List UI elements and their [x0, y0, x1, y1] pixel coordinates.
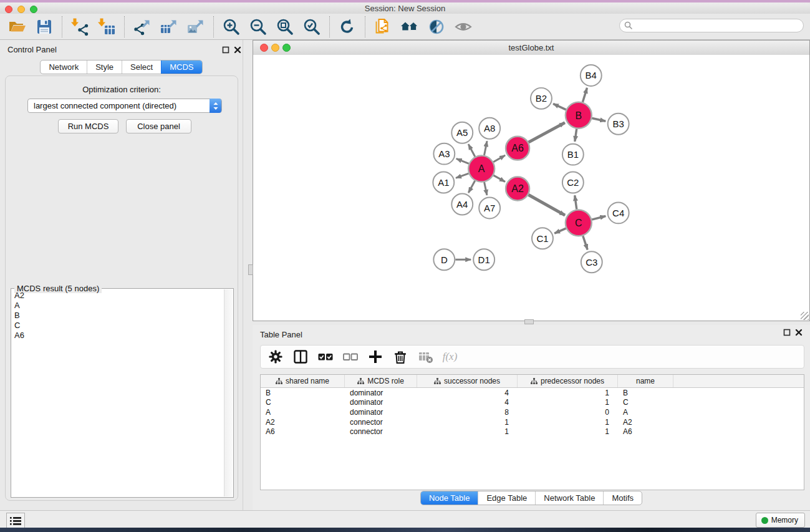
table-cell[interactable]: 1 [417, 427, 518, 436]
zoom-out-button[interactable] [248, 16, 269, 37]
new-network-from-selection-button[interactable] [372, 16, 393, 37]
zoom-selected-button[interactable] [301, 16, 322, 37]
node-A[interactable]: A [468, 156, 494, 182]
result-item[interactable]: A [14, 301, 224, 311]
edge-A-A4[interactable] [468, 181, 475, 193]
edge-B-B3[interactable] [592, 118, 605, 121]
zoom-in-button[interactable] [221, 16, 242, 37]
column-header-successor-nodes[interactable]: successor nodes [417, 375, 518, 387]
close-panel-button[interactable]: Close panel [126, 119, 191, 133]
table-cell[interactable]: A [618, 408, 673, 417]
result-item[interactable]: B [14, 311, 224, 321]
open-session-button[interactable] [7, 16, 28, 37]
edge-A-A8[interactable] [484, 141, 487, 155]
tab-edge-table[interactable]: Edge Table [478, 491, 535, 505]
table-cell[interactable]: 1 [417, 418, 518, 427]
run-mcds-button[interactable]: Run MCDS [58, 119, 118, 133]
table-row[interactable]: Cdominator41C [261, 398, 804, 408]
node-B4[interactable]: B4 [581, 65, 602, 86]
table-cell[interactable]: 1 [518, 398, 618, 407]
import-table-button[interactable] [96, 16, 117, 37]
table-cell[interactable]: B [261, 389, 345, 397]
table-cell[interactable]: connector [345, 427, 417, 436]
import-network-button[interactable] [69, 16, 90, 37]
export-table-button[interactable] [158, 16, 180, 37]
network-graph[interactable]: AA6A2BCA5A8A3A1A4A7B2B4B3B1C2C4C1C3DD1 [253, 55, 809, 321]
node-D[interactable]: D [433, 249, 455, 270]
edge-A2-C[interactable] [528, 195, 565, 215]
create-column-button[interactable] [367, 349, 383, 365]
table-row[interactable]: Bdominator41B [261, 388, 804, 398]
table-cell[interactable]: A6 [618, 427, 673, 436]
node-A3[interactable]: A3 [433, 143, 455, 165]
show-columns-button[interactable] [292, 349, 309, 365]
table-row[interactable]: Adominator80A [261, 407, 804, 417]
horizontal-split-handle[interactable] [524, 319, 534, 324]
table-cell[interactable]: 1 [518, 418, 618, 427]
function-builder-button[interactable]: f(x) [441, 349, 458, 365]
result-item[interactable]: A6 [14, 331, 224, 341]
refresh-button[interactable] [337, 16, 358, 37]
node-B2[interactable]: B2 [531, 88, 552, 109]
tab-network[interactable]: Network [41, 60, 87, 74]
zoom-fit-button[interactable] [274, 16, 296, 37]
tab-network-table[interactable]: Network Table [535, 491, 603, 505]
node-C1[interactable]: C1 [532, 228, 553, 249]
node-B1[interactable]: B1 [562, 144, 584, 165]
edge-A-A1[interactable] [456, 173, 468, 178]
table-row[interactable]: A6connector11A6 [261, 427, 804, 437]
select-all-button[interactable] [317, 349, 334, 365]
column-header-name[interactable]: name [618, 375, 673, 387]
network-canvas[interactable]: AA6A2BCA5A8A3A1A4A7B2B4B3B1C2C4C1C3DD1 [253, 55, 809, 321]
table-cell[interactable]: A [261, 408, 345, 417]
result-scrollbar[interactable] [224, 289, 233, 496]
edge-B-B1[interactable] [575, 129, 577, 142]
criterion-dropdown[interactable]: largest connected component (directed) [27, 99, 222, 113]
column-header-predecessor-nodes[interactable]: predecessor nodes [518, 375, 618, 387]
first-neighbors-button[interactable] [399, 16, 420, 37]
tab-mcds[interactable]: MCDS [161, 60, 201, 74]
node-B3[interactable]: B3 [608, 114, 629, 135]
close-panel-icon[interactable] [234, 46, 241, 54]
table-cell[interactable]: 0 [518, 408, 618, 417]
delete-table-button[interactable] [417, 349, 433, 365]
level-of-detail-button[interactable] [453, 16, 474, 37]
tab-select[interactable]: Select [122, 60, 161, 74]
table-cell[interactable]: A6 [261, 427, 345, 436]
node-A1[interactable]: A1 [433, 172, 454, 193]
node-C2[interactable]: C2 [562, 172, 584, 193]
node-C3[interactable]: C3 [581, 251, 602, 273]
table-cell[interactable]: connector [345, 418, 417, 427]
table-cell[interactable]: 4 [417, 398, 518, 407]
table-cell[interactable]: C [261, 398, 345, 407]
edge-A-A3[interactable] [456, 158, 469, 163]
table-cell[interactable]: dominator [345, 389, 417, 397]
float-panel-icon[interactable] [222, 46, 229, 54]
edge-A-A7[interactable] [485, 182, 487, 195]
resize-grip-icon[interactable] [801, 312, 809, 320]
tab-style[interactable]: Style [87, 60, 122, 74]
export-network-button[interactable] [132, 16, 153, 37]
node-A4[interactable]: A4 [451, 193, 473, 215]
node-A7[interactable]: A7 [479, 197, 500, 218]
table-cell[interactable]: 1 [518, 427, 618, 436]
node-A5[interactable]: A5 [451, 122, 473, 143]
edge-A-A2[interactable] [493, 175, 505, 181]
table-cell[interactable]: 4 [417, 389, 518, 397]
table-cell[interactable]: dominator [345, 408, 417, 417]
table-cell[interactable]: 1 [518, 389, 618, 397]
result-item[interactable]: A2 [14, 291, 224, 301]
table-cell[interactable]: C [618, 398, 673, 407]
edge-A6-B[interactable] [529, 123, 565, 143]
edge-B-B2[interactable] [553, 104, 566, 109]
edge-C-C3[interactable] [583, 236, 587, 249]
edge-C-C1[interactable] [554, 228, 566, 233]
save-session-button[interactable] [34, 16, 55, 37]
node-A2[interactable]: A2 [506, 177, 529, 201]
table-cell[interactable]: B [618, 389, 673, 397]
vertical-split-handle[interactable] [248, 264, 253, 275]
node-C4[interactable]: C4 [608, 202, 629, 223]
search-input[interactable] [619, 19, 804, 32]
node-B[interactable]: B [566, 102, 592, 128]
node-A6[interactable]: A6 [506, 137, 529, 160]
